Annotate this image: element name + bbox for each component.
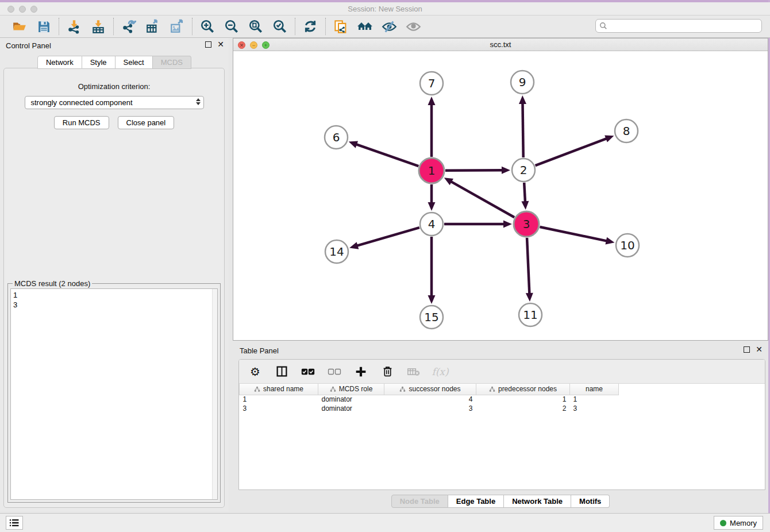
tab-edge-table[interactable]: Edge Table — [448, 495, 504, 508]
export-table-button[interactable] — [145, 18, 161, 34]
node-table-container: ⚙ f(x) shared name MCDS role successor n… — [238, 359, 765, 490]
float-table-panel-icon[interactable] — [744, 346, 750, 353]
network-canvas[interactable]: 7968124314101511 — [233, 51, 768, 340]
open-folder-icon — [12, 19, 27, 34]
graph-node-label: 7 — [428, 76, 436, 90]
control-panel: Control Panel ✕ Network Style Select MCD… — [0, 38, 229, 511]
save-icon — [37, 20, 51, 34]
table-row[interactable]: 1 dominator 4 1 1 — [240, 395, 619, 404]
node-table: shared name MCDS role successor nodes pr… — [239, 384, 619, 413]
function-builder-button[interactable]: f(x) — [433, 365, 447, 379]
refresh-button[interactable] — [302, 18, 318, 34]
select-all-button[interactable] — [301, 365, 315, 379]
save-session-button[interactable] — [36, 18, 52, 34]
mcds-result-text[interactable]: 1 3 — [10, 288, 218, 500]
task-history-button[interactable] — [6, 516, 23, 530]
export-network-button[interactable] — [121, 18, 137, 34]
add-column-button[interactable] — [354, 365, 368, 379]
graph-node-label: 15 — [424, 310, 438, 324]
graph-edge-arrowhead — [521, 201, 529, 210]
list-icon — [9, 519, 20, 527]
tab-node-table[interactable]: Node Table — [391, 495, 448, 508]
close-table-panel-icon[interactable]: ✕ — [756, 346, 763, 353]
plus-icon — [355, 366, 367, 377]
session-title: Session: New Session — [0, 5, 770, 13]
column-header-successor-nodes[interactable]: successor nodes — [384, 384, 476, 395]
graph-edge[interactable] — [522, 103, 523, 157]
graph-node-label: 14 — [329, 245, 344, 259]
search-box[interactable] — [595, 19, 762, 33]
graph-edge[interactable] — [540, 227, 607, 241]
graph-node-label: 3 — [523, 217, 530, 231]
column-header-shared-name[interactable]: shared name — [240, 384, 318, 395]
deselect-all-icon — [328, 368, 341, 376]
home-button[interactable] — [357, 18, 373, 34]
import-network-button[interactable] — [66, 18, 82, 34]
mcds-result-title: MCDS result (2 nodes) — [13, 279, 92, 288]
float-panel-icon[interactable] — [205, 41, 211, 48]
import-table-button[interactable] — [90, 18, 106, 34]
tab-style[interactable]: Style — [82, 56, 116, 69]
export-table-icon — [145, 19, 160, 34]
tab-network-table[interactable]: Network Table — [504, 495, 571, 508]
zoom-fit-button[interactable] — [248, 18, 264, 34]
column-header-predecessor-nodes[interactable]: predecessor nodes — [476, 384, 570, 395]
column-type-icon — [489, 386, 495, 392]
graph-edge-arrowhead — [349, 242, 359, 249]
import-table-icon — [91, 19, 106, 34]
deselect-all-button[interactable] — [328, 365, 341, 379]
graph-edge-arrowhead — [519, 95, 526, 104]
select-all-icon — [301, 368, 315, 376]
optimization-criterion-select[interactable]: strongly connected component — [25, 96, 204, 109]
delete-table-button[interactable] — [407, 365, 421, 379]
graph-node-label: 9 — [519, 75, 526, 89]
show-panels-button[interactable] — [405, 18, 421, 34]
graph-edge[interactable] — [527, 238, 529, 294]
column-header-mcds-role[interactable]: MCDS role — [318, 384, 384, 395]
search-input[interactable] — [610, 22, 758, 30]
split-view-button[interactable] — [275, 365, 288, 379]
close-panel-button[interactable]: Close panel — [118, 116, 175, 129]
hide-panels-button[interactable] — [381, 18, 397, 34]
tab-motifs[interactable]: Motifs — [571, 495, 610, 508]
graph-edge[interactable] — [445, 170, 503, 171]
graph-edge[interactable] — [536, 138, 607, 165]
graph-edge[interactable] — [451, 182, 514, 218]
graph-edge[interactable] — [357, 228, 419, 246]
graph-edge[interactable] — [524, 183, 525, 202]
graph-edge-arrowhead — [349, 141, 358, 148]
result-scrollbar[interactable] — [212, 289, 217, 499]
column-header-name[interactable]: name — [570, 384, 619, 395]
run-mcds-button[interactable]: Run MCDS — [54, 116, 109, 129]
graph-edge[interactable] — [356, 144, 418, 166]
trash-icon — [382, 365, 393, 377]
export-image-button[interactable] — [169, 18, 185, 34]
zoom-out-button[interactable] — [224, 18, 240, 34]
tab-mcds[interactable]: MCDS — [153, 56, 191, 69]
tab-network[interactable]: Network — [37, 56, 82, 69]
table-settings-button[interactable]: ⚙ — [248, 365, 262, 379]
column-type-icon — [330, 386, 336, 392]
zoom-selected-button[interactable] — [272, 18, 288, 34]
graph-node-label: 2 — [520, 163, 528, 177]
network-view-window: ✕ − + scc.txt 7968124314101511 — [233, 38, 768, 341]
duplicate-network-button[interactable] — [333, 18, 349, 34]
tab-select[interactable]: Select — [116, 56, 153, 69]
search-icon — [599, 22, 607, 30]
graph-edge-arrowhead — [428, 295, 436, 304]
delete-column-button[interactable] — [380, 365, 394, 379]
result-line: 3 — [13, 300, 215, 310]
control-panel-tabs: Network Style Select MCDS — [0, 56, 229, 69]
column-type-icon — [399, 386, 406, 392]
graph-node-label: 6 — [333, 130, 340, 144]
zoom-selected-icon — [272, 19, 287, 34]
open-session-button[interactable] — [11, 18, 28, 34]
graph-edge-arrowhead — [503, 221, 512, 228]
mcds-result-group: MCDS result (2 nodes) 1 3 — [7, 283, 221, 503]
graph-edge-arrowhead — [428, 97, 436, 105]
split-view-icon — [276, 365, 288, 377]
zoom-in-button[interactable] — [199, 18, 215, 34]
table-row[interactable]: 3 dominator 3 2 3 — [240, 404, 619, 413]
memory-button[interactable]: Memory — [714, 516, 763, 530]
close-panel-icon[interactable]: ✕ — [217, 41, 224, 48]
